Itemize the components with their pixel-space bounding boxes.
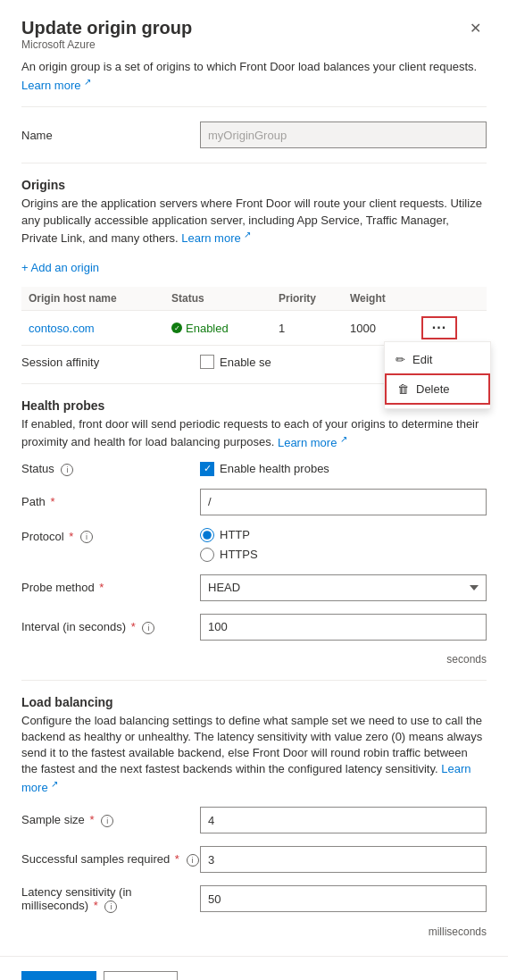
col-actions — [421, 292, 457, 305]
intro-learn-more-link[interactable]: Learn more ↗ — [21, 79, 91, 92]
interval-info-icon[interactable]: i — [142, 622, 154, 634]
table-row: contoso.com Enabled 1 1000 ··· ✏ Edit 🗑 … — [21, 311, 487, 346]
path-required: * — [50, 495, 54, 508]
panel-title: Update origin group — [21, 18, 192, 38]
session-affinity-checkbox-label[interactable]: Enable se — [200, 355, 271, 369]
origins-description: Origins are the application servers wher… — [21, 196, 487, 247]
more-actions-button[interactable]: ··· — [421, 316, 457, 339]
protocol-label: Protocol * i — [21, 528, 200, 544]
sample-size-input[interactable] — [200, 807, 487, 833]
load-balancing-title: Load balancing — [21, 695, 487, 709]
panel-subtitle: Microsoft Azure — [21, 38, 192, 51]
delete-menu-item[interactable]: 🗑 Delete — [385, 373, 490, 405]
latency-required: * — [94, 899, 98, 912]
origins-table: Origin host name Status Priority Weight … — [21, 287, 487, 346]
edit-icon: ✏ — [396, 353, 405, 366]
col-weight: Weight — [350, 292, 421, 305]
https-radio[interactable] — [200, 548, 214, 562]
update-button[interactable]: Update — [21, 971, 96, 980]
successful-samples-required: * — [175, 852, 179, 866]
enable-health-probes-text: Enable health probes — [220, 462, 329, 475]
interval-input[interactable] — [200, 614, 487, 641]
enable-health-probes-label[interactable]: Enable health probes — [200, 462, 329, 476]
intro-description: An origin group is a set of origins to w… — [21, 60, 487, 73]
health-probes-learn-more-link[interactable]: Learn more ↗ — [278, 436, 347, 449]
session-affinity-label: Session affinity — [21, 356, 200, 369]
probe-method-label: Probe method * — [21, 581, 200, 594]
col-status: Status — [171, 292, 279, 305]
probe-method-select[interactable]: HEAD GET — [200, 574, 487, 601]
origins-title: Origins — [21, 178, 487, 192]
origin-host: contoso.com — [29, 322, 171, 335]
origins-learn-more-link[interactable]: Learn more ↗ — [181, 231, 251, 245]
https-radio-label[interactable]: HTTPS — [200, 548, 258, 562]
latency-input[interactable] — [200, 885, 487, 912]
load-balancing-description: Configure the load balancing settings to… — [21, 713, 487, 796]
successful-samples-label: Successful samples required * i — [21, 852, 200, 867]
close-button[interactable]: ✕ — [464, 18, 487, 38]
table-header: Origin host name Status Priority Weight — [21, 287, 487, 311]
http-radio[interactable] — [200, 528, 214, 542]
name-label: Name — [21, 129, 200, 142]
name-input[interactable] — [200, 121, 487, 148]
sample-size-required: * — [89, 813, 94, 826]
context-menu: ✏ Edit 🗑 Delete — [384, 341, 491, 409]
health-status-info-icon[interactable]: i — [61, 464, 73, 476]
load-balancing-external-icon: ↗ — [51, 779, 58, 789]
origin-link[interactable]: contoso.com — [29, 322, 95, 335]
origin-status: Enabled — [171, 322, 279, 335]
health-probes-description: If enabled, front door will send periodi… — [21, 416, 487, 451]
enable-health-probes-checkbox[interactable] — [200, 462, 214, 476]
probe-method-required: * — [99, 581, 104, 594]
delete-icon: 🗑 — [397, 382, 409, 396]
https-radio-text: HTTPS — [220, 548, 258, 561]
protocol-required: * — [69, 530, 73, 543]
origin-weight: 1000 — [350, 322, 421, 335]
session-affinity-checkbox[interactable] — [200, 355, 214, 369]
successful-samples-input[interactable] — [200, 846, 487, 873]
origins-external-icon: ↗ — [244, 230, 251, 239]
http-radio-text: HTTP — [220, 528, 250, 541]
latency-label: Latency sensitivity (in milliseconds) * … — [21, 885, 200, 913]
external-link-icon: ↗ — [84, 77, 91, 87]
origin-priority: 1 — [279, 322, 350, 335]
footer: Update Cancel — [0, 956, 508, 980]
health-status-label: Status i — [21, 462, 200, 476]
cancel-button[interactable]: Cancel — [104, 971, 177, 980]
sample-size-info-icon[interactable]: i — [101, 815, 113, 827]
protocol-radio-group: HTTP HTTPS — [200, 528, 258, 562]
health-probes-external-icon: ↗ — [340, 433, 347, 443]
session-affinity-checkbox-text: Enable se — [220, 356, 271, 369]
path-input[interactable] — [200, 489, 487, 515]
seconds-unit: seconds — [21, 653, 487, 666]
sample-size-label: Sample size * i — [21, 813, 200, 827]
latency-info-icon[interactable]: i — [104, 900, 117, 913]
status-dot — [171, 322, 182, 333]
interval-label: Interval (in seconds) * i — [21, 620, 200, 634]
successful-samples-info-icon[interactable]: i — [187, 854, 199, 867]
edit-menu-item[interactable]: ✏ Edit — [385, 346, 490, 373]
milliseconds-unit: milliseconds — [21, 926, 487, 938]
http-radio-label[interactable]: HTTP — [200, 528, 258, 542]
interval-required: * — [131, 620, 136, 633]
path-label: Path * — [21, 495, 200, 508]
protocol-info-icon[interactable]: i — [80, 531, 93, 543]
add-origin-button[interactable]: + Add an origin — [21, 257, 99, 278]
col-priority: Priority — [279, 292, 350, 305]
col-host: Origin host name — [29, 292, 171, 305]
